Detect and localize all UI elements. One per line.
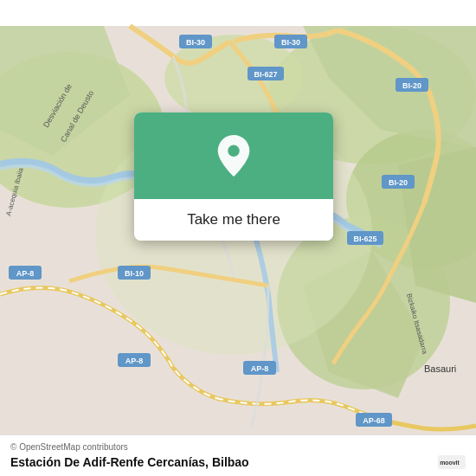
svg-text:AP-8: AP-8 (251, 364, 269, 373)
location-card: Take me there (134, 113, 333, 241)
svg-text:AP-68: AP-68 (363, 416, 385, 425)
moovit-logo: moovit (438, 453, 466, 471)
svg-text:BI-20: BI-20 (389, 178, 408, 187)
copyright-text: © OpenStreetMap contributors (10, 442, 466, 452)
svg-text:AP-8: AP-8 (125, 357, 144, 365)
take-me-there-button[interactable]: Take me there (134, 199, 333, 241)
svg-text:BI-30: BI-30 (186, 38, 205, 47)
svg-text:BI-30: BI-30 (281, 38, 300, 47)
svg-text:Basauri: Basauri (424, 363, 456, 374)
station-info: Estación De Adif-Renfe Cercanías, Bilbao… (10, 453, 466, 471)
map-container: BI-30 BI-30 BI-627 BI-20 BI-20 BI-625 BI… (0, 0, 476, 476)
location-pin-icon (215, 133, 253, 178)
svg-text:BI-625: BI-625 (353, 235, 376, 243)
svg-text:BI-627: BI-627 (254, 70, 277, 79)
bottom-bar: © OpenStreetMap contributors Estación De… (0, 434, 476, 476)
card-map-header (134, 113, 333, 199)
svg-text:AP-8: AP-8 (16, 269, 35, 278)
svg-text:BI-10: BI-10 (125, 269, 144, 278)
svg-text:BI-20: BI-20 (402, 81, 421, 90)
svg-text:moovit: moovit (440, 460, 460, 466)
station-name: Estación De Adif-Renfe Cercanías, Bilbao (10, 455, 249, 469)
svg-point-38 (228, 145, 239, 156)
